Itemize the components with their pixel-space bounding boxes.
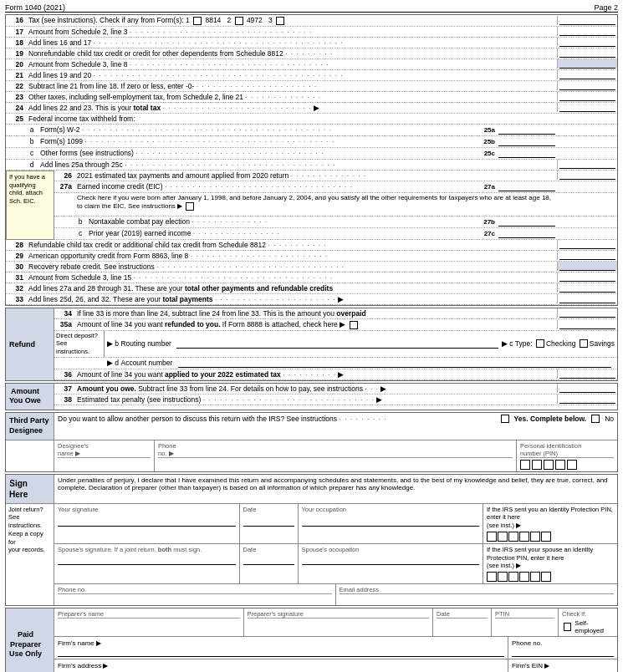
irs-pin-3[interactable] <box>508 532 518 542</box>
routing-label: Routing number <box>120 339 171 348</box>
self-employed-checkbox[interactable] <box>564 623 571 631</box>
checkbox-8814-1[interactable] <box>193 17 202 25</box>
irs-pin-1[interactable] <box>487 532 497 542</box>
line-30-row: 30 Recovery rebate credit. See instructi… <box>6 262 617 272</box>
line-16-input[interactable] <box>559 16 615 25</box>
line-20-input[interactable] <box>559 59 615 69</box>
pin-box-1[interactable] <box>520 460 530 470</box>
check-if-cell: Check if: Self-employed <box>559 608 617 636</box>
line-38-input[interactable] <box>559 395 615 404</box>
line-17-amount <box>557 27 617 36</box>
line-29-desc: American opportunity credit from Form 88… <box>26 251 557 261</box>
irs-pin-2[interactable] <box>498 532 508 542</box>
line-37-input[interactable] <box>559 384 615 393</box>
line-29-input[interactable] <box>559 251 615 260</box>
line-27a-num: 27a <box>54 182 74 191</box>
spouse-pin-5[interactable] <box>530 572 540 582</box>
line-24-input[interactable] <box>559 103 615 112</box>
spouse-occ-input[interactable] <box>302 553 480 565</box>
line-38-num: 38 <box>54 395 74 404</box>
savings-checkbox[interactable] <box>580 339 588 348</box>
spouse-pin-4[interactable] <box>519 572 529 582</box>
firm-address-label: Firm's address ▶ <box>58 662 108 669</box>
preparer-date-input[interactable] <box>437 619 488 629</box>
account-number-input[interactable] <box>178 359 611 368</box>
form-8888-checkbox[interactable] <box>350 321 358 329</box>
designee-spacer <box>6 440 54 471</box>
line-32-input[interactable] <box>559 283 615 293</box>
yes-checkbox[interactable] <box>501 415 509 423</box>
line-20-row: 20 Amount from Schedule 3, line 8 · · · … <box>6 59 617 70</box>
line-22-input[interactable] <box>559 81 615 90</box>
checking-checkbox[interactable] <box>536 339 544 348</box>
line-29-amount <box>557 251 617 260</box>
line-22-row: 22 Subtract line 21 from line 18. If zer… <box>6 81 617 92</box>
pin-box-4[interactable] <box>555 460 565 470</box>
irs-pin-6[interactable] <box>541 532 551 542</box>
line-29-row: 29 American opportunity credit from Form… <box>6 251 617 262</box>
line-18-input[interactable] <box>559 38 615 47</box>
line-33-input[interactable] <box>559 294 615 303</box>
line-25c-input[interactable] <box>498 149 555 158</box>
ptin-input[interactable] <box>495 619 554 629</box>
spouse-pin-1[interactable] <box>487 572 497 582</box>
line-31-input[interactable] <box>559 272 615 282</box>
irs-pin-4[interactable] <box>519 532 529 542</box>
your-sig-input[interactable] <box>58 513 236 527</box>
no-checkbox[interactable] <box>591 415 600 423</box>
line-27b-input[interactable] <box>498 217 555 227</box>
spouse-pin-3[interactable] <box>508 572 518 582</box>
line-27a-input[interactable] <box>498 182 555 191</box>
line-23-input[interactable] <box>559 92 615 101</box>
line-30-input[interactable] <box>559 262 615 271</box>
phone-cell: Phone no. <box>54 584 336 605</box>
line-34-input[interactable] <box>559 308 615 318</box>
routing-number-input[interactable] <box>176 339 498 349</box>
your-occ-input[interactable] <box>302 513 480 527</box>
your-date-cell: Date <box>240 504 299 543</box>
line-36-input[interactable] <box>559 369 615 379</box>
email-input[interactable] <box>340 594 615 603</box>
checkbox-3[interactable] <box>276 17 284 25</box>
line-27a-check-desc: Check here if you were born after Januar… <box>74 193 557 212</box>
spouse-date-input[interactable] <box>243 553 294 565</box>
line-25d-input[interactable] <box>559 160 615 169</box>
line-27c-input[interactable] <box>498 229 555 238</box>
spouse-pin-6[interactable] <box>541 572 551 582</box>
checkbox-4972-2[interactable] <box>235 17 243 25</box>
line-21-amount <box>557 70 617 79</box>
spouse-sig-input[interactable] <box>58 553 236 565</box>
firm-name-input[interactable] <box>58 648 504 657</box>
preparer-top-grid: Preparer's name Preparer's signature Dat… <box>54 608 617 637</box>
preparer-phone-input[interactable] <box>512 648 614 657</box>
designee-name-input[interactable] <box>58 458 151 467</box>
line-35a-input[interactable] <box>559 320 615 329</box>
paid-preparer-content: Preparer's name Preparer's signature Dat… <box>54 608 617 672</box>
line-26-input[interactable] <box>559 171 615 180</box>
line-17-input[interactable] <box>559 27 615 36</box>
pin-box-3[interactable] <box>544 460 554 470</box>
designee-phone-label: Phoneno. ▶ <box>158 442 513 458</box>
line-19-input[interactable] <box>559 48 615 58</box>
preparer-sig-input[interactable] <box>248 619 430 629</box>
line-28-input[interactable] <box>559 240 615 249</box>
line-21-input[interactable] <box>559 70 615 79</box>
account-label: Account number <box>120 359 172 367</box>
third-party-top: Third PartyDesignee Do you want to allow… <box>6 413 617 439</box>
line-24-num: 24 <box>6 104 26 112</box>
phone-input[interactable] <box>58 594 332 603</box>
designee-phone-input[interactable] <box>158 458 513 467</box>
line-26-num: 26 <box>54 171 74 180</box>
eic-age-checkbox[interactable] <box>186 202 194 211</box>
your-date-input[interactable] <box>243 513 294 527</box>
pin-box-5[interactable] <box>567 460 577 470</box>
spouse-pin-2[interactable] <box>498 572 508 582</box>
preparer-name-input[interactable] <box>58 619 240 629</box>
line-25a-input[interactable] <box>498 125 555 135</box>
irs-pin-5[interactable] <box>530 532 540 542</box>
line-25b-input[interactable] <box>498 137 555 146</box>
pin-box-2[interactable] <box>532 460 542 470</box>
line-38-desc: Estimated tax penalty (see instructions)… <box>74 395 557 405</box>
line-19-row: 19 Nonrefundable child tax credit or cre… <box>6 48 617 59</box>
sign-here-label: SignHere <box>6 475 54 503</box>
